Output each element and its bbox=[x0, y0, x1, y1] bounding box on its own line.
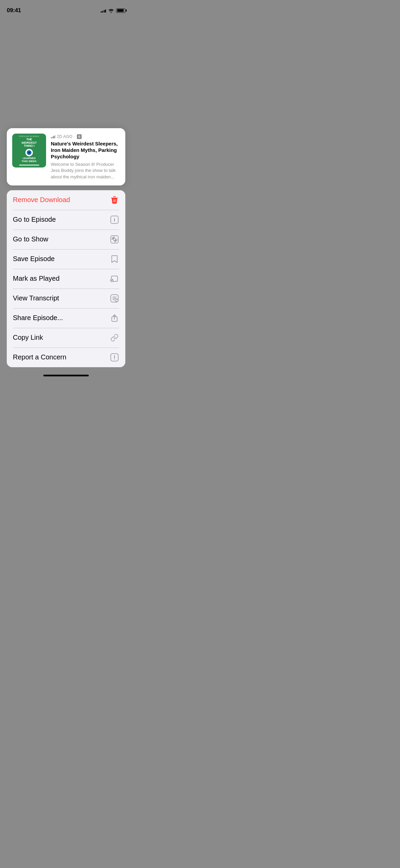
copy-link-label: Copy Link bbox=[13, 334, 43, 341]
remove-download-label: Remove Download bbox=[13, 196, 70, 204]
link-icon bbox=[110, 333, 119, 342]
trash-icon bbox=[110, 195, 119, 205]
svg-rect-0 bbox=[111, 198, 118, 198]
battery-icon bbox=[116, 8, 125, 13]
report-concern-button[interactable]: Report a Concern bbox=[7, 348, 125, 367]
svg-text:i: i bbox=[114, 217, 115, 222]
copy-link-button[interactable]: Copy Link bbox=[7, 328, 125, 348]
background-area bbox=[0, 16, 132, 128]
transcript-icon: " bbox=[110, 294, 119, 303]
signal-icon bbox=[101, 8, 106, 13]
report-concern-label: Report a Concern bbox=[13, 353, 66, 361]
episode-artwork: POPULAR SCIENCE THE WEIRDEST THING I LEA… bbox=[12, 134, 46, 167]
artwork-title-line3: THING I bbox=[24, 144, 35, 148]
view-transcript-button[interactable]: View Transcript " bbox=[7, 289, 125, 308]
home-indicator bbox=[0, 372, 132, 378]
artwork-brand: POPULAR SCIENCE bbox=[19, 135, 39, 137]
go-to-episode-button[interactable]: Go to Episode i bbox=[7, 210, 125, 230]
mark-as-played-button[interactable]: Mark as Played bbox=[7, 269, 125, 289]
episode-meta: 2D AGO · E bbox=[51, 134, 120, 139]
explicit-badge: E bbox=[77, 134, 82, 139]
status-time: 09:41 bbox=[7, 7, 21, 14]
remove-download-button[interactable]: Remove Download bbox=[7, 190, 125, 210]
episode-title: Nature's Weirdest Sleepers, Iron Maiden … bbox=[51, 141, 120, 160]
svg-point-7 bbox=[113, 238, 116, 240]
bookmark-icon bbox=[110, 254, 119, 264]
context-menu: Remove Download Go to Episode i Go to Sh… bbox=[7, 190, 125, 367]
go-to-show-label: Go to Show bbox=[13, 235, 48, 243]
svg-rect-3 bbox=[115, 199, 115, 202]
mark-played-icon bbox=[110, 274, 119, 283]
info-icon: i bbox=[110, 215, 119, 224]
episode-card: POPULAR SCIENCE THE WEIRDEST THING I LEA… bbox=[7, 128, 125, 185]
meta-separator: · bbox=[74, 134, 75, 139]
episode-info: 2D AGO · E Nature's Weirdest Sleepers, I… bbox=[51, 134, 120, 180]
episode-age: 2D AGO bbox=[57, 134, 72, 139]
svg-rect-2 bbox=[114, 199, 114, 202]
share-icon bbox=[110, 313, 119, 323]
mark-as-played-label: Mark as Played bbox=[13, 275, 60, 282]
svg-rect-1 bbox=[113, 196, 116, 197]
save-episode-button[interactable]: Save Episode bbox=[7, 249, 125, 269]
share-episode-label: Share Episode... bbox=[13, 314, 63, 322]
artwork-progress-bar bbox=[19, 164, 39, 166]
save-episode-label: Save Episode bbox=[13, 255, 55, 263]
artwork-eye bbox=[25, 149, 33, 156]
status-bar: 09:41 bbox=[0, 0, 132, 16]
go-to-show-button[interactable]: Go to Show bbox=[7, 230, 125, 249]
go-to-episode-label: Go to Episode bbox=[13, 216, 56, 223]
report-icon bbox=[110, 353, 119, 362]
svg-text:": " bbox=[117, 300, 118, 302]
share-episode-button[interactable]: Share Episode... bbox=[7, 308, 125, 328]
wifi-icon bbox=[108, 8, 114, 13]
status-icons bbox=[101, 8, 126, 13]
episode-description: Welcome to Season 8! Producer Jess Boddy… bbox=[51, 161, 120, 180]
view-transcript-label: View Transcript bbox=[13, 294, 59, 302]
episode-signal-icon bbox=[51, 135, 55, 138]
artwork-title-line5: THIS WEEK bbox=[22, 160, 37, 163]
home-bar bbox=[43, 375, 89, 376]
podcast-icon bbox=[110, 235, 119, 244]
